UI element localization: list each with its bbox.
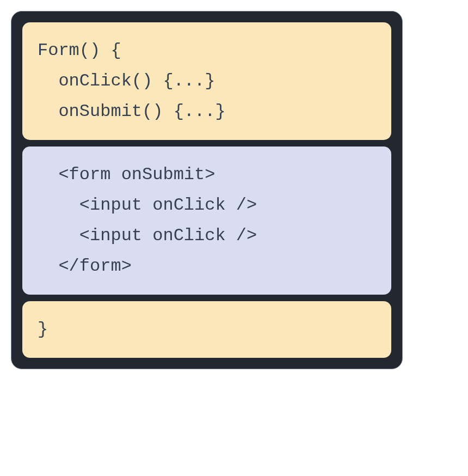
code-line: } xyxy=(38,314,376,345)
code-line: onSubmit() {...} xyxy=(38,96,376,127)
code-line: onClick() {...} xyxy=(38,66,376,96)
code-line: Form() { xyxy=(38,35,376,66)
code-line: <input onClick /> xyxy=(38,221,376,251)
code-block-top: Form() { onClick() {...} onSubmit() {...… xyxy=(22,22,391,140)
code-line: </form> xyxy=(38,251,376,282)
code-line: <form onSubmit> xyxy=(38,160,376,190)
diagram-container: Form() { onClick() {...} onSubmit() {...… xyxy=(11,11,403,369)
code-block-bottom: } xyxy=(22,301,391,358)
code-block-middle: <form onSubmit> <input onClick /> <input… xyxy=(22,147,391,295)
code-line: <input onClick /> xyxy=(38,190,376,221)
